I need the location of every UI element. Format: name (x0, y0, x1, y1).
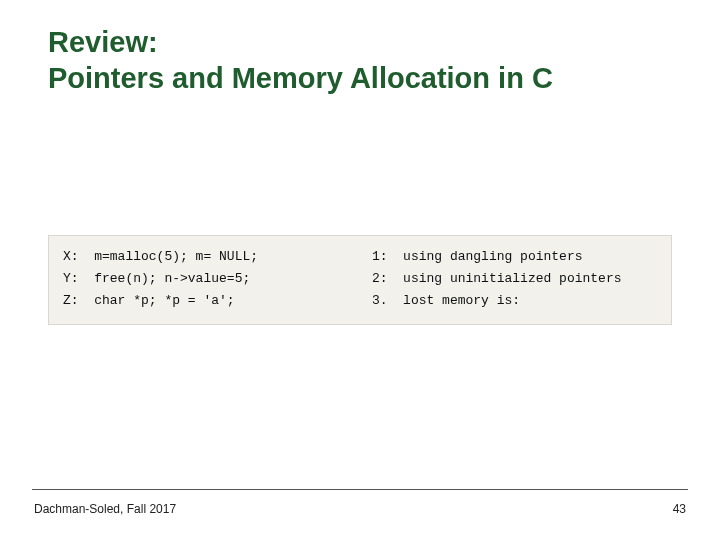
code-column-right: 1: using dangling pointers 2: using unin… (372, 246, 657, 312)
code-line-1: 1: using dangling pointers (372, 249, 583, 264)
code-line-3: 3. lost memory is: (372, 293, 520, 308)
footer-page-number: 43 (673, 502, 686, 516)
code-column-left: X: m=malloc(5); m= NULL; Y: free(n); n->… (63, 246, 372, 312)
code-line-x: X: m=malloc(5); m= NULL; (63, 249, 258, 264)
footer-rule (32, 489, 688, 490)
title-line-2: Pointers and Memory Allocation in C (48, 60, 680, 96)
code-line-2: 2: using uninitialized pointers (372, 271, 622, 286)
code-line-y: Y: free(n); n->value=5; (63, 271, 250, 286)
title-line-1: Review: (48, 24, 680, 60)
code-line-z: Z: char *p; *p = 'a'; (63, 293, 235, 308)
slide: Review: Pointers and Memory Allocation i… (0, 0, 720, 540)
footer-author: Dachman-Soled, Fall 2017 (34, 502, 176, 516)
slide-title: Review: Pointers and Memory Allocation i… (48, 24, 680, 97)
code-box: X: m=malloc(5); m= NULL; Y: free(n); n->… (48, 235, 672, 325)
